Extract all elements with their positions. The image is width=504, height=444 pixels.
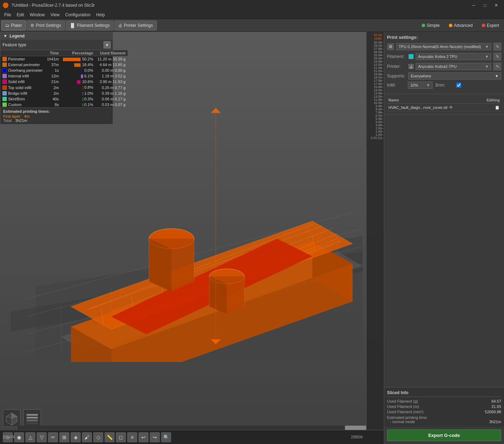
filament-icon: ▐▌ (70, 23, 76, 28)
supports-label: Supports: (387, 74, 408, 78)
legend-row: Perimeter1h41m50.2%11.20 m 33.39 g (0, 56, 128, 62)
legend-row: Custom8s0.1%0.03 m 0.07 g (0, 102, 128, 107)
brim-checkbox[interactable] (456, 83, 461, 88)
mode-expert[interactable]: Expert (478, 22, 503, 29)
object-name-cell: HVAC_fault_diagn...rvoir_cover.stl 👁 (387, 104, 479, 112)
color-swatch (2, 91, 7, 95)
color-swatch (2, 86, 7, 90)
row-filament: 0.39 m 1.16 g (95, 90, 128, 96)
tab-plater[interactable]: 🗂 Plater (1, 21, 26, 30)
window-title: ?Untitled - PrusaSlicer-2.7.4 based on S… (11, 3, 469, 8)
printer-dropdown[interactable]: Anycubic Kobra2-TPU ▼ (416, 63, 491, 70)
legend-row: Internal infill12m6.1%1.18 m 3.52 g (0, 73, 128, 79)
col-time: Time (45, 50, 61, 56)
legend-header[interactable]: ▼ Legend (0, 32, 113, 40)
tool-undo[interactable]: ↩ (139, 432, 148, 442)
print-settings-row: ⚙ TPU 0.20mm Normal(0.4mm Nozzle) (modif… (387, 43, 501, 51)
tool-cut[interactable]: ✂ (48, 432, 58, 442)
tool-3d[interactable]: ◻ (116, 432, 126, 442)
mode-simple[interactable]: Simple (418, 22, 443, 29)
menu-file[interactable]: File (1, 12, 14, 18)
tool-search[interactable]: 🔍 (161, 432, 171, 442)
sliced-info-section: Sliced Info Used Filament (g) 64.57 Used… (384, 387, 504, 427)
col-percentage: Percentage (61, 50, 95, 56)
export-gcode-button[interactable]: Export G-code (387, 430, 501, 441)
coords-left: 208474 (3, 435, 14, 439)
svg-rect-60 (27, 420, 38, 421)
tab-filament-settings[interactable]: ▐▌ Filament Settings (66, 21, 114, 30)
row-filament: 11.20 m 33.39 g (95, 56, 128, 62)
maximize-button[interactable]: □ (480, 1, 490, 9)
legend-table: Time Percentage Used filament Perimeter1… (0, 50, 128, 107)
print-settings-dropdown[interactable]: TPU 0.20mm Normal(0.4mm Nozzle) (modifie… (396, 43, 491, 50)
layers-icon[interactable] (23, 409, 41, 427)
print-settings-edit[interactable]: ✎ (493, 43, 501, 51)
menu-help[interactable]: Help (93, 12, 108, 18)
filament-mm3-label: Used Filament (mm³) (387, 410, 423, 414)
svg-marker-51 (211, 108, 221, 113)
feature-name: Overhang perimeter (8, 68, 43, 72)
filament-edit[interactable]: ✎ (493, 53, 501, 60)
tool-measure[interactable]: 📏 (105, 432, 115, 442)
printer-row: Printer: 🖨 Anycubic Kobra2-TPU ▼ ✎ (387, 63, 501, 70)
editing-icon[interactable]: 📋 (495, 105, 500, 110)
menubar: File Edit Window View Configuration Help (0, 11, 504, 19)
tool-seam[interactable]: ◈ (71, 432, 81, 442)
infill-brim-row: Infill: 10% ▼ Brim: (387, 82, 501, 89)
infill-dropdown[interactable]: 10% ▼ (408, 82, 433, 89)
scrollbar-thumb[interactable] (345, 426, 366, 430)
supports-arrow: ▼ (495, 74, 499, 78)
color-swatch (2, 74, 7, 78)
row-name-cell: Custom (0, 102, 45, 107)
visibility-icon[interactable]: 👁 (449, 105, 453, 110)
feature-name: Internal infill (8, 74, 29, 78)
col-editing-header: Editing (479, 97, 501, 104)
row-time: 37m (45, 62, 61, 68)
titlebar: ?Untitled - PrusaSlicer-2.7.4 based on S… (0, 0, 504, 11)
col-name (0, 50, 45, 56)
tool-redo[interactable]: ↪ (150, 432, 160, 442)
infill-arrow: ▼ (426, 83, 430, 87)
plater-icon: 🗂 (5, 23, 10, 28)
legend-row: Overhang perimeter1s0.0%0.00 m 0.00 g (0, 68, 128, 73)
filament-g-value: 64.57 (491, 399, 501, 403)
row-time: 40s (45, 96, 61, 102)
row-time: 12m (45, 73, 61, 79)
row-percentage: 6.1% (61, 73, 95, 79)
color-swatch (2, 97, 7, 101)
viewport[interactable]: ▼ Legend Feature type ▼ Time Percentage … (0, 32, 384, 444)
tool-smooth[interactable]: ◇ (93, 432, 103, 442)
close-button[interactable]: ✕ (491, 1, 501, 9)
tool-up[interactable]: △ (25, 432, 35, 442)
coords-right: 208506 (351, 435, 363, 439)
print-settings-icon: ⚙ (30, 23, 34, 28)
tool-object[interactable]: ◉ (14, 432, 24, 442)
row-percentage: 0.8% (61, 84, 95, 90)
legend-panel: ▼ Legend Feature type ▼ Time Percentage … (0, 32, 113, 124)
editing-cell[interactable]: 📋 (479, 104, 501, 112)
menu-view[interactable]: View (48, 12, 63, 18)
feature-name: Custom (8, 103, 22, 107)
minimize-button[interactable]: ─ (469, 1, 479, 9)
ruler-top-value: 32.04 (200) (367, 33, 383, 40)
filament-row: Filament: Anycubic Kobra 2 TPU ▼ ✎ (387, 53, 501, 60)
feature-type-dropdown[interactable]: ▼ (104, 41, 111, 48)
menu-edit[interactable]: Edit (14, 12, 27, 18)
tool-support[interactable]: ⊞ (59, 432, 69, 442)
objects-table: Name Editing HVAC_fault_diagn...rvoir_co… (387, 97, 501, 112)
supports-dropdown[interactable]: Everywhere ▼ (408, 72, 501, 80)
mode-advanced[interactable]: Advanced (445, 22, 476, 29)
tool-layers[interactable]: ≡ (127, 432, 137, 442)
tool-paint[interactable]: 🖌 (82, 432, 92, 442)
tool-down[interactable]: ▽ (37, 432, 47, 442)
viewport-scrollbar[interactable] (18, 426, 366, 430)
menu-configuration[interactable]: Configuration (63, 12, 93, 18)
nav-cube[interactable] (3, 409, 20, 427)
tab-printer-settings[interactable]: 🖨 Printer Settings (114, 21, 157, 30)
menu-window[interactable]: Window (27, 12, 48, 18)
tab-print-settings[interactable]: ⚙ Print Settings (27, 21, 65, 30)
objects-panel: Name Editing HVAC_fault_diagn...rvoir_co… (384, 94, 504, 115)
spacer (384, 115, 504, 387)
printer-edit[interactable]: ✎ (493, 63, 501, 70)
filament-dropdown[interactable]: Anycubic Kobra 2 TPU ▼ (416, 53, 491, 60)
